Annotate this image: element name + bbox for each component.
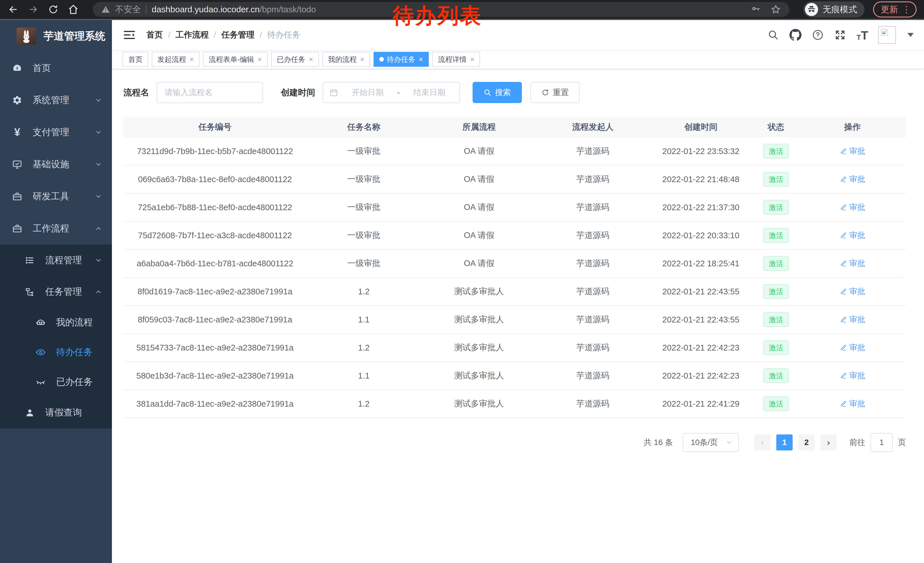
browser-back-icon[interactable] [8, 4, 19, 15]
github-icon[interactable] [789, 29, 802, 42]
tab-start-process[interactable]: 发起流程 × [152, 52, 200, 67]
tab-todo-task[interactable]: 待办任务 × [374, 52, 429, 67]
workflow-submenu: 流程管理 任务管理 [0, 245, 112, 428]
sidebar-item-done-task[interactable]: 已办任务 [0, 367, 112, 397]
security-label: 不安全 [115, 4, 141, 15]
status-cell: 激活 [753, 200, 799, 215]
tab-done-task[interactable]: 已办任务 × [271, 52, 319, 67]
page-button-2[interactable]: 2 [798, 434, 814, 450]
actions-cell: 审批 [799, 286, 906, 297]
sidebar-item-payment[interactable]: ¥ 支付管理 [0, 116, 112, 148]
chevron-down-icon [95, 193, 102, 200]
sidebar-item-home[interactable]: 首页 [0, 52, 112, 84]
process-name-input[interactable] [157, 82, 263, 103]
help-icon[interactable] [811, 29, 824, 42]
approve-link[interactable]: 审批 [840, 258, 866, 269]
browser-reload-icon[interactable] [48, 4, 59, 15]
approve-link[interactable]: 审批 [840, 174, 866, 185]
eye-icon [35, 347, 46, 357]
goto-label: 前往 [849, 437, 866, 448]
edit-pencil-icon [840, 288, 847, 295]
tab-form-edit[interactable]: 流程表单-编辑 × [203, 52, 268, 67]
collapse-sidebar-icon[interactable] [123, 30, 135, 40]
breadcrumb-current: 待办任务 [267, 29, 300, 41]
date-range-picker[interactable]: 开始日期 - 结束日期 [322, 82, 460, 103]
sidebar-item-devtools[interactable]: 研发工具 [0, 180, 112, 213]
app-logo[interactable]: 芋道管理系统 [0, 20, 112, 52]
page-button-1[interactable]: 1 [776, 434, 793, 450]
page-size-select[interactable]: 10条/页 [683, 433, 739, 452]
avatar-dropdown-icon[interactable] [908, 33, 914, 37]
font-size-icon[interactable]: TT [856, 29, 869, 42]
approve-link[interactable]: 审批 [840, 286, 866, 297]
task-id-cell: 73211d9d-7b9b-11ec-b5b7-acde48001122 [123, 147, 307, 156]
browser-home-icon[interactable] [68, 4, 79, 15]
close-icon[interactable]: × [309, 55, 313, 64]
breadcrumb-workflow[interactable]: 工作流程 [176, 29, 208, 41]
goto-page-input[interactable] [870, 433, 893, 452]
browser-forward-icon[interactable] [27, 4, 39, 15]
search-icon[interactable] [766, 29, 780, 42]
actions-cell: 审批 [799, 146, 906, 157]
column-header-task-id: 任务编号 [123, 122, 307, 133]
task-id-cell: 580e1b3d-7ac8-11ec-a9e2-a2380e71991a [123, 371, 307, 381]
sidebar-item-process-mgmt[interactable]: 流程管理 [0, 245, 112, 276]
sidebar-item-todo-task[interactable]: 待办任务 [0, 337, 112, 367]
sidebar: 芋道管理系统 首页 系统管理 [0, 20, 112, 563]
chevron-down-icon [95, 257, 102, 264]
navbar: 首页 / 工作流程 / 任务管理 / 待办任务 [112, 20, 924, 50]
approve-link[interactable]: 审批 [840, 398, 866, 409]
edit-pencil-icon [840, 344, 847, 351]
approve-link[interactable]: 审批 [840, 146, 866, 157]
active-tab-dot [379, 57, 384, 62]
key-icon[interactable] [751, 5, 761, 14]
close-icon[interactable]: × [419, 55, 423, 64]
sidebar-item-infra[interactable]: 基础设施 [0, 148, 112, 180]
tab-my-process[interactable]: 我的流程 × [322, 52, 370, 67]
task-name-cell: 1.2 [307, 287, 421, 296]
create-time-cell: 2022-01-21 22:41:29 [649, 399, 753, 408]
search-button[interactable]: 搜索 [472, 82, 522, 103]
close-icon[interactable]: × [258, 55, 262, 64]
prev-page-button[interactable]: ‹ [754, 434, 771, 450]
security-warning-icon[interactable] [101, 5, 110, 14]
range-separator: - [397, 88, 400, 97]
create-time-cell: 2022-01-21 22:43:55 [649, 287, 753, 296]
approve-link[interactable]: 审批 [840, 202, 866, 213]
close-icon[interactable]: × [470, 55, 474, 64]
sidebar-item-task-mgmt[interactable]: 任务管理 [0, 276, 112, 308]
sidebar-item-system[interactable]: 系统管理 [0, 84, 112, 116]
task-name-cell: 一级审批 [307, 201, 421, 213]
chevron-up-icon [95, 225, 102, 232]
close-icon[interactable]: × [360, 55, 364, 64]
process-cell: OA 请假 [421, 146, 537, 157]
approve-link[interactable]: 审批 [840, 230, 866, 241]
next-page-button[interactable]: › [820, 434, 837, 450]
browser-menu-icon[interactable]: ⋮ [902, 4, 911, 15]
edit-pencil-icon [840, 204, 847, 211]
approve-link[interactable]: 审批 [840, 370, 866, 381]
column-header-task-name: 任务名称 [307, 122, 421, 133]
bookmark-star-icon[interactable] [771, 4, 781, 15]
eye-closed-icon [35, 377, 46, 387]
create-time-cell: 2022-01-21 22:43:55 [649, 315, 753, 324]
reset-button[interactable]: 重置 [530, 82, 580, 103]
tab-process-detail[interactable]: 流程详情 × [432, 52, 480, 67]
breadcrumb-task-mgmt[interactable]: 任务管理 [221, 29, 255, 41]
fullscreen-icon[interactable] [834, 29, 847, 42]
sidebar-item-leave-query[interactable]: 请假查询 [0, 397, 112, 428]
breadcrumb-home[interactable]: 首页 [146, 29, 163, 41]
sidebar-item-workflow[interactable]: 工作流程 [0, 213, 112, 245]
tab-home[interactable]: 首页 [123, 52, 148, 67]
create-time-cell: 2022-01-22 21:37:30 [649, 203, 753, 212]
incognito-icon [805, 3, 818, 16]
breadcrumb-separator: / [260, 30, 262, 40]
user-avatar[interactable] [878, 26, 896, 44]
close-icon[interactable]: × [189, 55, 194, 64]
sidebar-item-my-process[interactable]: 我的流程 [0, 308, 112, 337]
approve-link[interactable]: 审批 [840, 314, 866, 325]
browser-update-button[interactable]: 更新 ⋮ [873, 2, 916, 18]
create-time-cell: 2022-01-22 18:25:41 [649, 259, 753, 268]
status-badge: 激活 [763, 340, 789, 355]
approve-link[interactable]: 审批 [840, 342, 866, 353]
